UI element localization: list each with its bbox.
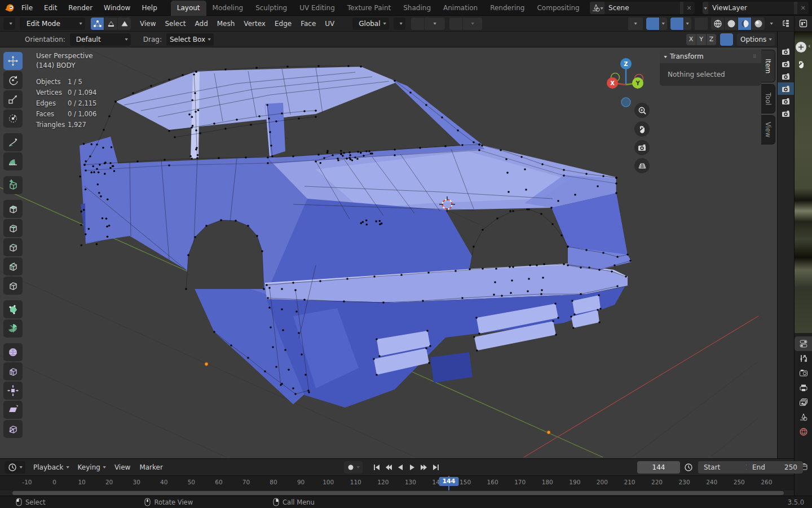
tool-measure[interactable] bbox=[3, 152, 23, 170]
image-editor-header[interactable] bbox=[794, 16, 812, 32]
snap-to-symmetry-toggle[interactable] bbox=[720, 33, 733, 46]
workspace-tab[interactable]: Rendering bbox=[484, 1, 531, 16]
shading-dropdown[interactable]: ▾ bbox=[768, 17, 775, 30]
scene-selector[interactable]: ▾ Scene ✕ bbox=[590, 2, 695, 14]
workspace-tab[interactable]: Compositing bbox=[531, 1, 585, 16]
shading-mode-button[interactable] bbox=[752, 17, 765, 30]
tool-annotate[interactable] bbox=[3, 133, 23, 151]
select-mode-button[interactable] bbox=[91, 17, 104, 30]
tool-add-cube[interactable] bbox=[3, 176, 23, 194]
mirror-axis-button[interactable]: X bbox=[686, 34, 696, 45]
workspace-tab[interactable]: Texture Paint bbox=[341, 1, 397, 16]
properties-tab-tool[interactable] bbox=[795, 351, 812, 366]
menu-item[interactable]: UV bbox=[320, 16, 339, 32]
properties-tab-properties[interactable] bbox=[795, 336, 812, 351]
properties-tab-render[interactable] bbox=[795, 366, 812, 380]
current-frame-badge[interactable]: 144 bbox=[439, 477, 458, 486]
properties-tab-output[interactable] bbox=[795, 380, 812, 395]
tool-scale[interactable] bbox=[3, 90, 23, 108]
end-frame-field[interactable]: End250 bbox=[747, 461, 803, 474]
tool-edge-slide[interactable] bbox=[3, 362, 23, 380]
workspace-tab[interactable]: Sculpting bbox=[249, 1, 293, 16]
shading-mode-button[interactable] bbox=[725, 17, 738, 30]
orientation-dropdown[interactable]: Global▾ bbox=[352, 17, 389, 30]
editor-type-button[interactable]: ▾ bbox=[3, 17, 15, 30]
menu-item[interactable]: Keying▾ bbox=[73, 459, 110, 475]
prev-keyframe-button[interactable] bbox=[383, 462, 394, 473]
snap-with-dropdown[interactable]: ▾ bbox=[425, 17, 445, 30]
zoom-button[interactable] bbox=[796, 42, 806, 52]
next-keyframe-button[interactable] bbox=[418, 462, 429, 473]
reference-image-viewport[interactable]: ‹ bbox=[794, 32, 812, 333]
menu-item[interactable]: Render bbox=[63, 0, 98, 16]
render-visibility-toggle[interactable] bbox=[778, 107, 794, 120]
menu-item[interactable]: Edge bbox=[270, 16, 296, 32]
sidebar-tab[interactable]: View bbox=[761, 115, 775, 144]
select-mode-button[interactable] bbox=[104, 17, 117, 30]
timeline-ruler[interactable]: -100102030405060708090100110120130140150… bbox=[0, 475, 794, 491]
current-frame-field[interactable]: 144 bbox=[637, 461, 680, 474]
menu-item[interactable]: View bbox=[135, 16, 160, 32]
tool-move[interactable] bbox=[3, 52, 23, 70]
sidebar-tab[interactable]: Item bbox=[761, 50, 775, 82]
blender-logo-icon[interactable] bbox=[5, 3, 15, 13]
menu-item[interactable]: View bbox=[110, 459, 135, 475]
tool-rip-region[interactable] bbox=[3, 420, 23, 438]
unlink-scene-icon[interactable]: ✕ bbox=[683, 5, 695, 12]
render-visibility-toggle[interactable] bbox=[778, 82, 794, 95]
tool-knife[interactable] bbox=[3, 277, 23, 295]
collapse-arrow-icon[interactable]: ‹ bbox=[808, 42, 810, 50]
tool-spin[interactable] bbox=[3, 319, 23, 338]
render-visibility-toggle[interactable] bbox=[778, 45, 794, 58]
render-visibility-toggle[interactable] bbox=[778, 70, 794, 82]
menu-item[interactable]: Vertex bbox=[239, 16, 270, 32]
properties-tab-scene[interactable] bbox=[795, 410, 812, 424]
tool-rotate[interactable] bbox=[3, 71, 23, 89]
drag-value-dropdown[interactable]: Select Box▾ bbox=[166, 33, 214, 46]
tool-poly-build[interactable] bbox=[3, 300, 23, 318]
overlays-dropdown[interactable]: ▾ bbox=[684, 17, 691, 30]
mesh-scene[interactable] bbox=[0, 47, 777, 458]
transform-panel-header[interactable]: ▾ Transform ⠿ bbox=[660, 50, 761, 63]
sidebar-tab[interactable]: Tool bbox=[761, 84, 775, 113]
workspace-tab[interactable]: Animation bbox=[437, 1, 484, 16]
orthographic-toggle-button[interactable] bbox=[634, 158, 650, 173]
play-reverse-button[interactable] bbox=[395, 462, 405, 473]
workspace-tab[interactable]: Shading bbox=[397, 1, 437, 16]
pivot-point-dropdown[interactable]: ▾ bbox=[394, 17, 405, 30]
render-visibility-toggle[interactable] bbox=[778, 58, 794, 70]
auto-keying-button[interactable]: ▾ bbox=[344, 461, 363, 474]
tool-extrude-region[interactable] bbox=[3, 200, 23, 218]
select-mode-button[interactable] bbox=[118, 17, 131, 30]
play-button[interactable] bbox=[407, 462, 417, 473]
jump-end-button[interactable] bbox=[430, 462, 441, 473]
3d-viewport[interactable]: User Perspective (144) BODY Objects1 / 5… bbox=[0, 47, 777, 458]
falloff-dropdown[interactable]: ▾ bbox=[463, 17, 482, 30]
navigation-gizmo[interactable]: Z X Y bbox=[604, 53, 650, 107]
outliner-strip[interactable] bbox=[777, 32, 794, 458]
menu-item[interactable]: File bbox=[16, 0, 38, 16]
mirror-axis-button[interactable]: Y bbox=[696, 34, 706, 45]
jump-start-button[interactable] bbox=[371, 462, 382, 473]
shading-mode-button[interactable] bbox=[711, 17, 724, 30]
timeline-scrollbar[interactable] bbox=[12, 491, 784, 495]
workspace-tab[interactable]: UV Editing bbox=[293, 1, 341, 16]
menu-item[interactable]: Mesh bbox=[213, 16, 240, 32]
zoom-button[interactable] bbox=[634, 103, 650, 118]
tool-bevel[interactable] bbox=[3, 238, 23, 256]
hand-icon[interactable] bbox=[797, 60, 806, 69]
timeline-editor-type-button[interactable]: ▾ bbox=[5, 461, 25, 474]
properties-tab-view-layer[interactable] bbox=[795, 395, 812, 410]
proportional-edit-toggle[interactable] bbox=[449, 17, 462, 30]
menu-item[interactable]: Add bbox=[191, 16, 213, 32]
tool-shear[interactable] bbox=[3, 401, 23, 419]
remove-viewlayer-icon[interactable]: ✕ bbox=[797, 5, 809, 12]
menu-item[interactable]: Face bbox=[296, 16, 320, 32]
menu-item[interactable]: Playback▾ bbox=[29, 459, 73, 475]
shading-mode-button[interactable] bbox=[738, 17, 751, 30]
tool-inset-faces[interactable] bbox=[3, 219, 23, 237]
viewlayer-selector[interactable]: ▾ ViewLayer ✕ bbox=[703, 2, 809, 14]
mode-dropdown[interactable]: Edit Mode▾ bbox=[20, 17, 85, 30]
menu-item[interactable]: Help bbox=[136, 0, 162, 16]
preview-range-clock-icon[interactable] bbox=[684, 463, 693, 472]
